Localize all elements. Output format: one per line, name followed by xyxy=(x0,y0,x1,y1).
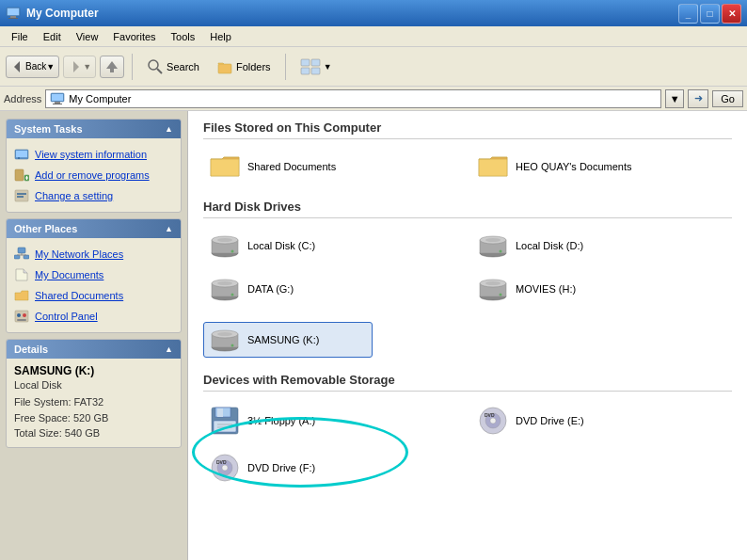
change-setting-link[interactable]: Change a setting xyxy=(10,185,177,206)
menu-favorites[interactable]: Favorites xyxy=(105,29,163,44)
svg-point-56 xyxy=(485,281,501,285)
main-area: System Tasks ▲ View system information xyxy=(0,111,747,560)
view-button[interactable]: ▼ xyxy=(294,55,339,79)
drive-icon-k xyxy=(210,327,240,353)
details-device-type: Local Disk xyxy=(14,379,173,391)
svg-point-71 xyxy=(490,418,496,424)
svg-point-21 xyxy=(18,157,20,159)
data-g-label: DATA (G:) xyxy=(247,283,294,295)
folders-icon xyxy=(216,58,233,75)
menu-edit[interactable]: Edit xyxy=(36,29,69,44)
right-content: Files Stored on This Computer Shared Doc… xyxy=(188,111,747,512)
info-icon xyxy=(14,147,29,162)
folder-icon-shared xyxy=(210,153,240,180)
details-filesystem: File System: FAT32 xyxy=(14,394,173,410)
control-panel-icon xyxy=(14,309,29,324)
address-label: Address xyxy=(4,93,41,104)
svg-rect-37 xyxy=(17,319,26,321)
back-label: Back xyxy=(25,61,46,72)
my-documents-link[interactable]: My Documents xyxy=(10,264,177,285)
floppy-a-label: 3½ Floppy (A:) xyxy=(247,415,315,426)
control-panel-link[interactable]: Control Panel xyxy=(10,306,177,327)
shared-icon xyxy=(14,288,29,303)
my-network-places-link[interactable]: My Network Places xyxy=(10,244,177,264)
details-chevron: ▲ xyxy=(165,344,173,354)
view-system-info-label: View system information xyxy=(35,149,147,160)
add-remove-programs-link[interactable]: Add or remove programs xyxy=(10,165,177,185)
add-remove-icon xyxy=(14,168,29,183)
svg-marker-4 xyxy=(14,61,20,72)
samsung-k-row: SAMSUNG (K:) xyxy=(203,322,732,358)
search-button[interactable]: Search xyxy=(140,55,206,79)
details-header[interactable]: Details ▲ xyxy=(7,340,181,359)
up-arrow-icon xyxy=(104,59,119,74)
network-icon xyxy=(14,247,29,262)
svg-point-8 xyxy=(149,60,158,70)
drive-icon-h xyxy=(478,276,508,302)
other-places-content: My Network Places My Documents Shared Do… xyxy=(7,238,181,332)
heo-quay-docs-item[interactable]: HEO QUAY's Documents xyxy=(471,149,732,184)
docs-icon xyxy=(14,267,29,282)
svg-rect-2 xyxy=(10,16,16,18)
movies-h-item[interactable]: MOVIES (H:) xyxy=(471,271,732,307)
maximize-button[interactable]: □ xyxy=(700,4,720,24)
local-disk-c-item[interactable]: Local Disk (C:) xyxy=(203,228,464,264)
search-label: Search xyxy=(167,61,199,72)
svg-rect-66 xyxy=(214,421,236,432)
svg-rect-11 xyxy=(301,59,310,66)
folders-button[interactable]: Folders xyxy=(210,55,278,79)
menu-tools[interactable]: Tools xyxy=(164,29,203,44)
svg-point-47 xyxy=(500,250,502,253)
svg-rect-7 xyxy=(110,69,114,72)
address-go-arrow[interactable]: ➜ xyxy=(688,89,708,108)
menu-bar: File Edit View Favorites Tools Help xyxy=(0,26,747,47)
svg-marker-5 xyxy=(73,61,79,72)
other-places-section: Other Places ▲ My Network Places xyxy=(6,218,182,333)
settings-icon xyxy=(14,188,29,203)
menu-file[interactable]: File xyxy=(4,29,36,44)
floppy-a-item[interactable]: 3½ Floppy (A:) xyxy=(203,401,464,440)
details-device-name: SAMSUNG (K:) xyxy=(14,364,173,377)
system-tasks-header[interactable]: System Tasks ▲ xyxy=(7,120,181,138)
right-content-wrapper: Files Stored on This Computer Shared Doc… xyxy=(188,111,747,560)
minimize-button[interactable]: _ xyxy=(678,4,698,24)
toolbar: Back ▼ ▼ Search Folders xyxy=(0,47,747,87)
shared-documents-item-label: Shared Documents xyxy=(247,161,336,172)
svg-rect-30 xyxy=(14,255,20,259)
dvd-e-item[interactable]: DVD DVD Drive (E:) xyxy=(471,401,732,440)
window-controls: _ □ ✕ xyxy=(678,4,741,24)
svg-point-52 xyxy=(231,294,234,296)
up-button[interactable] xyxy=(100,56,124,78)
data-g-item[interactable]: DATA (G:) xyxy=(203,271,464,307)
address-go-button[interactable]: Go xyxy=(712,90,743,107)
shared-documents-item[interactable]: Shared Documents xyxy=(203,149,464,184)
view-system-info-link[interactable]: View system information xyxy=(10,144,177,165)
movies-h-label: MOVIES (H:) xyxy=(516,283,576,295)
back-button[interactable]: Back ▼ xyxy=(6,56,59,78)
shared-documents-link[interactable]: Shared Documents xyxy=(10,285,177,306)
hdd-grid: Local Disk (C:) Local Disk (D:) xyxy=(203,228,732,307)
dvd-f-item[interactable]: DVD DVD Drive (F:) xyxy=(203,448,464,488)
forward-button[interactable]: ▼ xyxy=(63,56,96,78)
svg-rect-22 xyxy=(15,169,24,181)
computer-small-icon xyxy=(50,91,65,106)
toolbar-separator-1 xyxy=(132,54,133,80)
menu-help[interactable]: Help xyxy=(202,29,239,44)
address-dropdown-button[interactable]: ▼ xyxy=(665,89,684,108)
other-places-header[interactable]: Other Places ▲ xyxy=(7,219,181,238)
dvd-e-label: DVD Drive (E:) xyxy=(516,415,584,426)
svg-rect-12 xyxy=(311,59,320,66)
dvd-f-label: DVD Drive (F:) xyxy=(247,462,315,473)
svg-rect-65 xyxy=(217,408,223,417)
close-button[interactable]: ✕ xyxy=(722,4,741,24)
left-panel: System Tasks ▲ View system information xyxy=(0,111,188,560)
files-section-heading: Files Stored on This Computer xyxy=(203,120,732,139)
svg-rect-29 xyxy=(18,248,25,253)
details-total-size: Total Size: 540 GB xyxy=(14,425,173,441)
address-input-container[interactable]: My Computer xyxy=(45,89,661,108)
menu-view[interactable]: View xyxy=(69,29,106,44)
samsung-k-item[interactable]: SAMSUNG (K:) xyxy=(203,322,373,358)
system-tasks-content: View system information Add or remove pr… xyxy=(7,138,181,212)
svg-rect-26 xyxy=(15,190,28,201)
local-disk-d-item[interactable]: Local Disk (D:) xyxy=(471,228,732,264)
